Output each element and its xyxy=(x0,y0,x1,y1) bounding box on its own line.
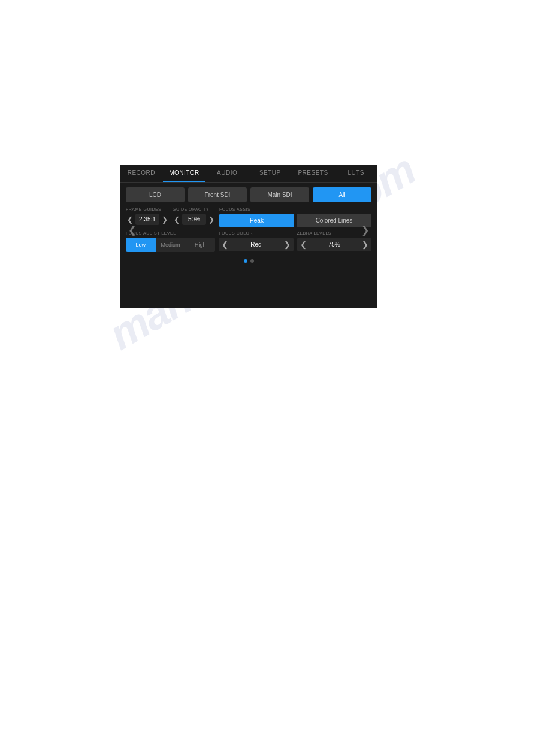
focus-color-value: Red xyxy=(231,239,280,250)
guide-opacity-value: 50% xyxy=(182,214,206,225)
sub-btn-front-sdi[interactable]: Front SDI xyxy=(188,187,247,202)
controls-row-1: FRAME GUIDES ❮ 2.35:1 ❯ GUIDE OPACITY ❮ … xyxy=(126,207,371,227)
zebra-levels-value-row: ❮ 75% ❯ xyxy=(297,238,371,251)
frame-guides-value: 2.35:1 xyxy=(135,214,159,225)
zebra-levels-value: 75% xyxy=(310,239,359,250)
tab-monitor[interactable]: MONITOR xyxy=(163,165,206,182)
guide-opacity-value-row: ❮ 50% ❯ xyxy=(173,214,216,225)
focus-color-next[interactable]: ❯ xyxy=(281,238,294,251)
level-btn-medium[interactable]: Medium xyxy=(156,238,186,252)
focus-color-value-row: ❮ Red ❯ xyxy=(219,238,293,251)
tab-setup[interactable]: SETUP xyxy=(249,165,292,182)
focus-level-buttons: Low Medium High xyxy=(126,238,215,252)
guide-opacity-next[interactable]: ❯ xyxy=(207,216,216,223)
sub-btn-lcd[interactable]: LCD xyxy=(126,187,185,202)
nav-tabs: RECORD MONITOR AUDIO SETUP PRESETS LUTS xyxy=(120,165,377,183)
sub-btn-all[interactable]: All xyxy=(313,187,371,202)
guide-opacity-group: GUIDE OPACITY ❮ 50% ❯ xyxy=(173,207,216,225)
sub-btn-main-sdi[interactable]: Main SDI xyxy=(250,187,309,202)
device-screen: RECORD MONITOR AUDIO SETUP PRESETS LUTS … xyxy=(120,165,377,308)
focus-color-label: FOCUS COLOR xyxy=(219,231,293,235)
controls-inner: ❮ ❯ FRAME GUIDES ❮ 2.35:1 ❯ GUIDE OPACIT… xyxy=(126,207,371,252)
guide-opacity-prev[interactable]: ❮ xyxy=(173,216,181,223)
focus-assist-buttons: Peak Colored Lines xyxy=(219,214,371,227)
tab-luts[interactable]: LUTS xyxy=(334,165,377,182)
tab-audio[interactable]: AUDIO xyxy=(205,165,249,182)
focus-color-group: FOCUS COLOR ❮ Red ❯ xyxy=(219,231,293,251)
focus-level-label: FOCUS ASSIST LEVEL xyxy=(126,231,215,235)
page-dot-1[interactable] xyxy=(244,259,247,263)
page-dot-2[interactable] xyxy=(250,259,254,263)
frame-guides-next[interactable]: ❯ xyxy=(161,216,169,223)
focus-assist-label: FOCUS ASSIST xyxy=(219,207,371,211)
focus-color-prev[interactable]: ❮ xyxy=(219,238,231,251)
tab-presets[interactable]: PRESETS xyxy=(292,165,335,182)
focus-level-group: FOCUS ASSIST LEVEL Low Medium High xyxy=(126,231,215,252)
focus-btn-peak[interactable]: Peak xyxy=(219,214,294,227)
controls-area: ❮ ❯ FRAME GUIDES ❮ 2.35:1 ❯ GUIDE OPACIT… xyxy=(120,207,377,256)
level-btn-low[interactable]: Low xyxy=(126,238,156,252)
sub-buttons: LCD Front SDI Main SDI All xyxy=(120,183,377,207)
level-btn-high[interactable]: High xyxy=(186,238,216,252)
focus-assist-group: FOCUS ASSIST Peak Colored Lines xyxy=(219,207,371,227)
zebra-levels-next[interactable]: ❯ xyxy=(359,238,371,251)
frame-guides-label: FRAME GUIDES xyxy=(126,207,169,211)
page-dots xyxy=(120,256,377,265)
prev-page-arrow[interactable]: ❮ xyxy=(126,221,138,238)
next-page-arrow[interactable]: ❯ xyxy=(359,221,371,238)
tab-record[interactable]: RECORD xyxy=(120,165,163,182)
guide-opacity-label: GUIDE OPACITY xyxy=(173,207,216,211)
controls-row-2: FOCUS ASSIST LEVEL Low Medium High FOCUS… xyxy=(126,231,371,252)
zebra-levels-prev[interactable]: ❮ xyxy=(297,238,310,251)
